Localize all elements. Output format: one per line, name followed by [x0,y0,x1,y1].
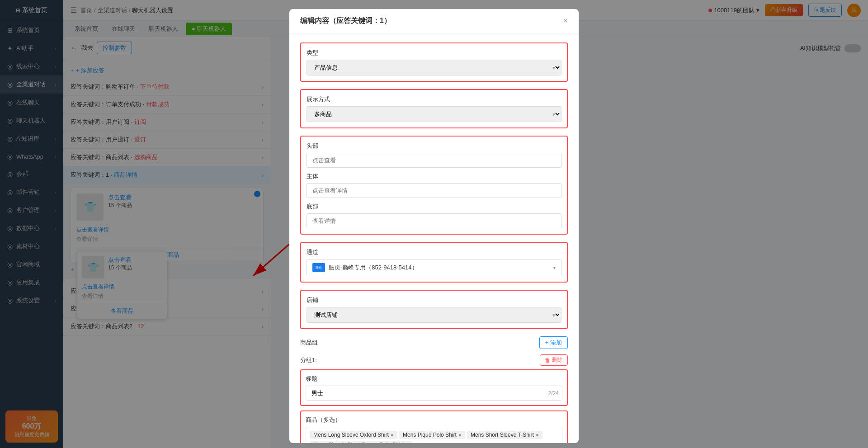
type-section: 类型 产品信息 1 [300,42,568,82]
type-select[interactable]: 产品信息 [307,60,561,75]
display-label: 展示方式 [307,95,561,104]
add-group-button[interactable]: + 添加 [539,336,568,349]
modal-title: 编辑内容（应答关键词：1） [300,16,391,26]
type-select-wrapper: 产品信息 [307,60,561,75]
product-group-header: 商品组 + 添加 [300,336,568,349]
product-tag-label-2: Mens Pique Polo Shirt [403,432,457,438]
store-label: 店铺 [307,296,561,304]
modal-dialog: 编辑内容（应答关键词：1） × 类型 产品信息 1 展示方式 多商品 [289,9,579,443]
modal-close-button[interactable]: × [563,16,568,26]
store-select-wrapper: 测试店铺 [307,307,561,323]
products-field-label: 商品（多选） [306,416,562,424]
group-1-header: 分组1: 🗑 删除 [300,354,568,366]
foot-label: 底部 [307,203,561,211]
char-count-display: 2/24 [548,390,559,396]
remove-tag-2[interactable]: ● [458,432,462,438]
channel-dropdown-icon: ▾ [553,265,556,270]
group-1-section: 分组1: 🗑 删除 标题 2/24 商品（多选） [300,354,568,443]
product-tag-2: Mens Pique Polo Shirt ● [399,431,465,439]
display-select[interactable]: 多商品 [307,106,561,122]
store-select[interactable]: 测试店铺 [307,307,561,323]
remove-tag-1[interactable]: ● [391,432,394,438]
modal-overlay: 编辑内容（应答关键词：1） × 类型 产品信息 1 展示方式 多商品 [0,0,868,448]
product-tag-label-4: Mens Classic Short Sleeve Polo Shirt [313,442,403,443]
product-tag-4: Mens Classic Short Sleeve Polo Shirt ● [310,441,412,443]
title-input-wrapper: 2/24 [306,386,562,401]
channel-name: 腰页-巅峰专用（852-9418-5414） [329,264,550,272]
product-tag-3: Mens Short Sleeve T-Shirt ● [467,431,542,439]
channel-selector[interactable]: 腰页 腰页-巅峰专用（852-9418-5414） ▾ [307,259,561,276]
display-section: 展示方式 多商品 [300,89,568,128]
title-field-label: 标题 [306,375,562,383]
body-input[interactable] [307,183,561,198]
product-tag-1: Mens Long Sleeve Oxford Shirt ● [310,431,397,439]
head-input[interactable] [307,153,561,168]
trash-icon: 🗑 [545,357,550,363]
body-label: 主体 [307,172,561,180]
modal-body: 类型 产品信息 1 展示方式 多商品 头部 [289,33,579,443]
remove-tag-3[interactable]: ● [536,432,539,438]
product-tag-label-3: Mens Short Sleeve T-Shirt [471,432,534,438]
type-label: 类型 [307,49,561,57]
modal-header: 编辑内容（应答关键词：1） × [289,9,579,33]
group-title-input[interactable] [306,386,562,401]
group-1-label: 分组1: [300,356,317,364]
remove-tag-4[interactable]: ● [405,442,408,443]
product-group-label: 商品组 [300,339,318,347]
group-title-section: 标题 2/24 [300,369,568,406]
head-label: 头部 [307,142,561,150]
store-section: 店铺 测试店铺 [300,290,568,329]
content-section: 头部 主体 底部 [300,136,568,235]
channel-logo: 腰页 [312,263,325,272]
delete-group-button[interactable]: 🗑 删除 [540,354,568,366]
foot-input[interactable] [307,213,561,228]
display-select-wrapper: 多商品 [307,106,561,122]
channel-label: 通道 [307,248,561,256]
product-tags-container[interactable]: Mens Long Sleeve Oxford Shirt ● Mens Piq… [306,427,562,443]
products-section: 商品（多选） Mens Long Sleeve Oxford Shirt ● M… [300,410,568,443]
product-tag-label-1: Mens Long Sleeve Oxford Shirt [313,432,389,438]
channel-section: 通道 腰页 腰页-巅峰专用（852-9418-5414） ▾ [300,242,568,283]
